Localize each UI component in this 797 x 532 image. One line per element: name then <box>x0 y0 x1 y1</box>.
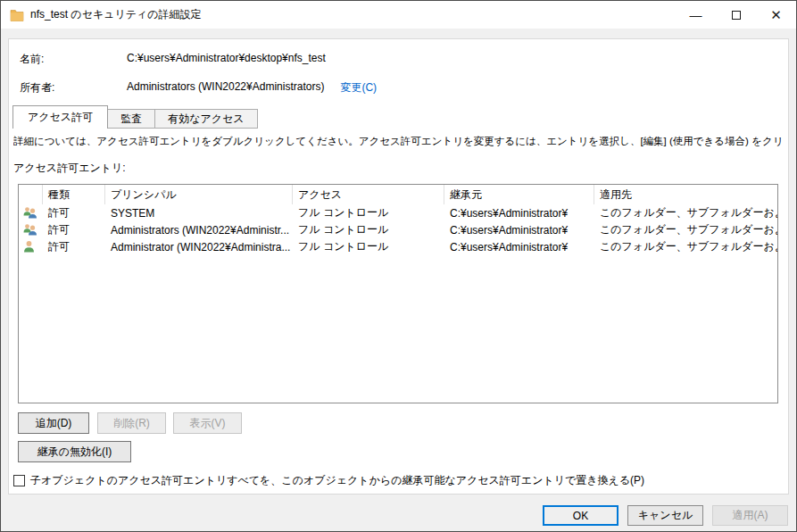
remove-button[interactable]: 削除(R) <box>97 412 166 434</box>
close-button[interactable]: ✕ <box>756 1 796 29</box>
main-panel: 名前: C:¥users¥Administrator¥desktop¥nfs_t… <box>8 38 789 495</box>
entry-access: フル コントロール <box>293 238 444 255</box>
tab-permissions[interactable]: アクセス許可 <box>12 105 108 129</box>
view-button[interactable]: 表示(V) <box>173 412 242 434</box>
entry-inherited-from: C:¥users¥Administrator¥ <box>444 238 594 255</box>
table-row[interactable]: 許可SYSTEMフル コントロールC:¥users¥Administrator¥… <box>19 204 777 221</box>
entry-inherited-from: C:¥users¥Administrator¥ <box>444 221 594 238</box>
advanced-security-settings-dialog: nfs_test のセキュリティの詳細設定 — ✕ 名前: C:¥users¥A… <box>0 0 797 532</box>
entry-principal: SYSTEM <box>105 204 293 221</box>
entry-principal: Administrator (WIN2022¥Administra... <box>105 238 293 255</box>
entry-applies-to: このフォルダー、サブフォルダーおよびファイル <box>594 238 777 255</box>
entry-type: 許可 <box>43 221 105 238</box>
permissions-description: 詳細については、アクセス許可エントリをダブルクリックしてください。アクセス許可エ… <box>13 135 785 149</box>
users-icon <box>19 221 43 238</box>
apply-button[interactable]: 適用(A) <box>712 505 788 526</box>
name-value: C:¥users¥Administrator¥desktop¥nfs_test <box>127 52 326 68</box>
users-icon <box>19 204 43 221</box>
entries-label: アクセス許可エントリ: <box>13 161 126 176</box>
folder-icon <box>10 8 24 22</box>
maximize-icon <box>732 11 741 20</box>
disable-inheritance-button[interactable]: 継承の無効化(I) <box>18 441 131 462</box>
user-icon <box>19 238 43 255</box>
entry-access: フル コントロール <box>293 204 444 221</box>
entry-principal: Administrators (WIN2022¥Administr... <box>105 221 293 238</box>
column-header[interactable]: 継承元 <box>444 185 594 204</box>
cancel-button[interactable]: キャンセル <box>627 505 703 526</box>
titlebar: nfs_test のセキュリティの詳細設定 — ✕ <box>1 1 796 29</box>
acl-table-header: 種類プリンシパルアクセス継承元適用先 <box>19 185 777 204</box>
column-header[interactable] <box>19 185 43 204</box>
column-header[interactable]: 適用先 <box>594 185 777 204</box>
ok-button[interactable]: OK <box>543 505 619 526</box>
table-row[interactable]: 許可Administrator (WIN2022¥Administra...フル… <box>19 238 777 255</box>
minimize-button[interactable]: — <box>676 1 716 29</box>
entry-type: 許可 <box>43 204 105 221</box>
tab-auditing[interactable]: 監査 <box>108 109 155 129</box>
entry-inherited-from: C:¥users¥Administrator¥ <box>444 204 594 221</box>
tab-effective-access[interactable]: 有効なアクセス <box>155 109 257 129</box>
maximize-button[interactable] <box>716 1 756 29</box>
acl-table[interactable]: 種類プリンシパルアクセス継承元適用先 許可SYSTEMフル コントロールC:¥u… <box>18 184 778 403</box>
entry-type: 許可 <box>43 238 105 255</box>
entry-access: フル コントロール <box>293 221 444 238</box>
replace-permissions-label: 子オブジェクトのアクセス許可エントリすべてを、このオブジェクトからの継承可能なア… <box>30 473 644 488</box>
owner-label: 所有者: <box>20 80 127 96</box>
replace-permissions-checkbox[interactable] <box>13 475 25 486</box>
column-header[interactable]: プリンシパル <box>105 185 293 204</box>
name-label: 名前: <box>20 52 127 68</box>
column-header[interactable]: 種類 <box>43 185 105 204</box>
table-row[interactable]: 許可Administrators (WIN2022¥Administr...フル… <box>19 221 777 238</box>
change-owner-link[interactable]: 変更(C) <box>340 80 377 96</box>
tab-bar: アクセス許可 監査 有効なアクセス <box>12 105 258 129</box>
owner-value: Administrators (WIN2022¥Administrators) <box>127 80 324 96</box>
entry-applies-to: このフォルダー、サブフォルダーおよびファイル <box>594 204 777 221</box>
window-title: nfs_test のセキュリティの詳細設定 <box>30 7 202 22</box>
add-button[interactable]: 追加(D) <box>18 412 89 434</box>
column-header[interactable]: アクセス <box>293 185 444 204</box>
entry-applies-to: このフォルダー、サブフォルダーおよびファイル <box>594 221 777 238</box>
acl-table-body: 許可SYSTEMフル コントロールC:¥users¥Administrator¥… <box>19 204 777 255</box>
